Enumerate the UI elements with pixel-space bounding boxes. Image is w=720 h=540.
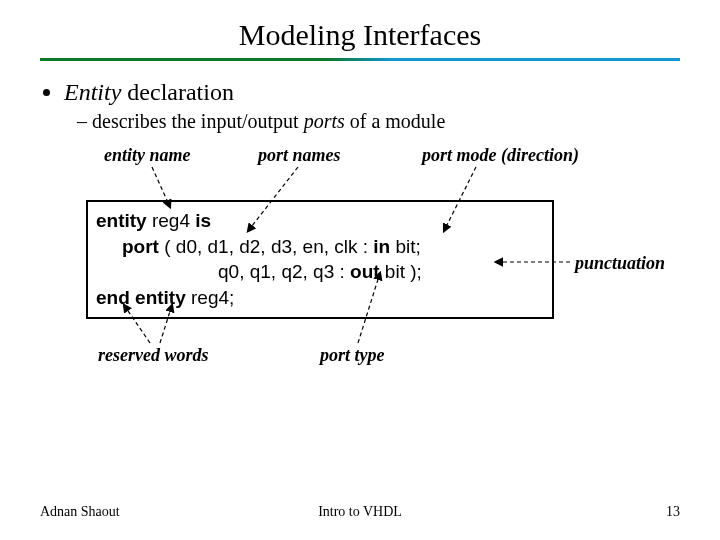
code-line-3: q0, q1, q2, q3 : out bit ); (96, 259, 544, 285)
label-entity-name: entity name (104, 145, 191, 166)
code-line-4: end entity reg4; (96, 285, 544, 311)
bullet1-rest: declaration (121, 79, 234, 105)
bullet2-post: of a module (345, 110, 446, 132)
label-punctuation: punctuation (575, 253, 665, 274)
label-port-type: port type (320, 345, 385, 366)
code-diagram: entity name port names port mode (direct… (40, 145, 680, 425)
code-line-2: port ( d0, d1, d2, d3, en, clk : in bit; (96, 234, 544, 260)
label-port-names: port names (258, 145, 341, 166)
bullet-ports-description: describes the input/output ports of a mo… (92, 110, 680, 133)
title-underline (40, 58, 680, 61)
vhdl-code-box: entity reg4 is port ( d0, d1, d2, d3, en… (86, 200, 554, 319)
footer-title: Intro to VHDL (40, 504, 680, 520)
label-port-mode: port mode (direction) (422, 145, 579, 166)
code-line-1: entity reg4 is (96, 208, 544, 234)
bullet1-italic: Entity (64, 79, 121, 105)
bullet2-italic: ports (304, 110, 345, 132)
footer-page-number: 13 (666, 504, 680, 520)
bullet-entity-declaration: Entity declaration describes the input/o… (64, 79, 680, 133)
bullet2-pre: describes the input/output (92, 110, 304, 132)
page-title: Modeling Interfaces (40, 18, 680, 52)
label-reserved-words: reserved words (98, 345, 209, 366)
